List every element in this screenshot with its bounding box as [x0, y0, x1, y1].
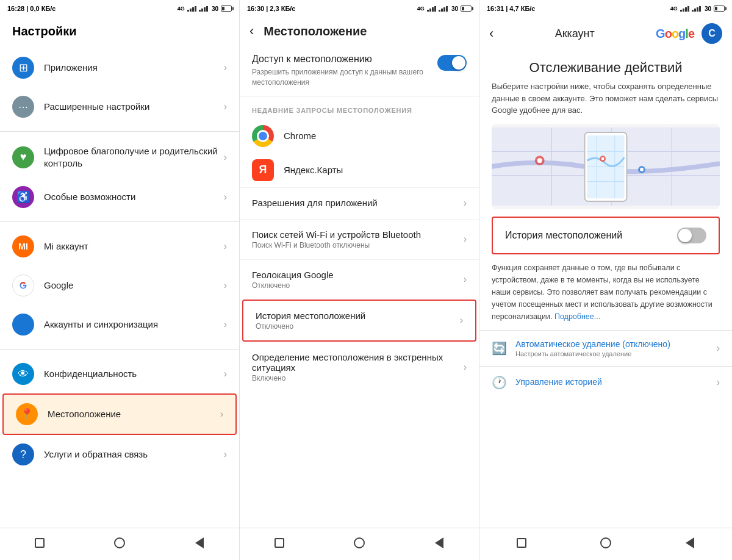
chrome-app-item[interactable]: Chrome: [240, 119, 479, 153]
svg-point-7: [537, 158, 542, 163]
settings-item-accessibility[interactable]: ♿ Особые возможности ›: [0, 178, 239, 217]
permissions-arrow-icon: ›: [464, 198, 467, 209]
geolocation-sub: Отключено: [252, 281, 464, 290]
history-arrow-icon: ›: [460, 315, 463, 326]
nav-back-1[interactable]: [192, 536, 207, 550]
google-account-header-title: Аккаунт: [501, 27, 648, 40]
settings-item-location[interactable]: 📍 Местоположение ›: [2, 393, 237, 435]
mi-label: Mi аккаунт: [44, 240, 224, 253]
auto-delete-sub: Настроить автоматическое удаление: [515, 350, 717, 357]
google-icon: [12, 275, 34, 296]
nav-square-1[interactable]: [32, 536, 47, 550]
signal-bars-3b-icon: [692, 6, 701, 12]
wifi-menu-item[interactable]: Поиск сетей Wi-Fi и устройств Bluetooth …: [240, 219, 479, 259]
privacy-icon: 👁: [12, 363, 34, 385]
yandex-app-item[interactable]: Я Яндекс.Карты: [240, 153, 479, 187]
nav-home-1[interactable]: [112, 536, 127, 550]
battery-3-label: 30: [705, 5, 711, 12]
google-logo: Google: [656, 27, 694, 41]
location-access-toggle[interactable]: [437, 55, 467, 71]
settings-item-google[interactable]: Google ›: [0, 266, 239, 305]
history-description: Функция сохраняет данные о том, где вы п…: [479, 254, 732, 330]
time-1: 16:28 | 0,0 КБ/с: [7, 5, 56, 12]
manage-history-title: Управление историей: [515, 377, 717, 387]
location-access-row[interactable]: Доступ к местоположению Разрешить прилож…: [240, 45, 479, 97]
emergency-arrow-icon: ›: [464, 362, 467, 373]
avatar[interactable]: С: [702, 23, 722, 44]
emergency-title: Определение местоположения в экстренных …: [252, 352, 464, 373]
back-button[interactable]: ‹: [249, 23, 254, 39]
location-history-title: История местоположений: [256, 311, 460, 321]
digital-arrow-icon: ›: [224, 152, 227, 163]
activity-description: Выберите настройки ниже, чтобы сохранять…: [479, 81, 732, 124]
auto-delete-text: Автоматическое удаление (отключено) Наст…: [515, 339, 717, 357]
google-back-button[interactable]: ‹: [489, 26, 493, 41]
permissions-menu-item[interactable]: Разрешения для приложений ›: [240, 187, 479, 219]
bottom-nav-1: [0, 528, 239, 560]
history-desc-text: Функция сохраняет данные о том, где вы п…: [492, 264, 712, 321]
location-header: ‹ Местоположение: [240, 17, 479, 45]
bottom-nav-2: [240, 528, 479, 560]
manage-history-feature[interactable]: 🕐 Управление историей ›: [479, 366, 732, 398]
location-history-menu-item[interactable]: История местоположений Отключено ›: [242, 300, 476, 342]
advanced-label: Расширенные настройки: [44, 101, 224, 113]
nav-back-3[interactable]: [683, 536, 697, 550]
settings-item-privacy[interactable]: 👁 Конфиденциальность ›: [0, 354, 239, 393]
emergency-sub: Включено: [252, 374, 464, 382]
learn-more-link[interactable]: Подробнее...: [554, 312, 600, 321]
settings-panel: 16:28 | 0,0 КБ/с 4G 30 Настройки: [0, 0, 240, 560]
time-2: 16:30 | 2,3 КБ/с: [247, 5, 295, 12]
settings-item-accounts[interactable]: 👤 Аккаунты и синхронизация ›: [0, 305, 239, 344]
auto-delete-feature[interactable]: 🔄 Автоматическое удаление (отключено) На…: [479, 330, 732, 366]
time-3: 16:31 | 4,7 КБ/с: [487, 5, 535, 12]
emergency-menu-item[interactable]: Определение местоположения в экстренных …: [240, 342, 479, 392]
location-access-title: Доступ к местоположению: [252, 54, 430, 65]
settings-item-mi[interactable]: MI Mi аккаунт ›: [0, 227, 239, 266]
location-history-row[interactable]: История местоположений: [492, 217, 720, 254]
wifi-sub: Поиск Wi-Fi и Bluetooth отключены: [252, 241, 464, 249]
battery-label: 30: [212, 5, 218, 12]
divider-2: [0, 221, 239, 222]
location-icon: 📍: [16, 403, 38, 425]
signal-4g-icon: 4G: [178, 5, 185, 12]
mi-icon: MI: [12, 235, 34, 257]
settings-item-apps[interactable]: ⊞ Приложения ›: [0, 48, 239, 87]
nav-back-2[interactable]: [432, 536, 447, 550]
emergency-text: Определение местоположения в экстренных …: [252, 352, 464, 382]
yandex-name: Яндекс.Карты: [284, 165, 343, 175]
status-icons-2: 4G 30: [417, 5, 472, 12]
location-arrow-icon: ›: [220, 409, 223, 420]
manage-history-arrow-icon: ›: [717, 377, 720, 388]
nav-square-2[interactable]: [272, 536, 287, 550]
nav-home-2[interactable]: [352, 536, 367, 550]
illustration: [492, 124, 720, 209]
digital-label: Цифровое благополучие и родительский кон…: [44, 145, 224, 169]
location-panel: 16:30 | 2,3 КБ/с 4G 30 ‹ Местоположение: [240, 0, 479, 560]
settings-item-support[interactable]: ? Услуги и обратная связь ›: [0, 435, 239, 474]
digital-icon: ♥: [12, 146, 34, 168]
recent-requests-label: НЕДАВНИЕ ЗАПРОСЫ МЕСТОПОЛОЖЕНИЯ: [240, 97, 479, 119]
settings-item-digital[interactable]: ♥ Цифровое благополучие и родительский к…: [0, 137, 239, 178]
location-title: Местоположение: [264, 24, 367, 38]
nav-home-3[interactable]: [598, 536, 613, 550]
settings-item-advanced[interactable]: ⋯ Расширенные настройки ›: [0, 87, 239, 126]
bottom-nav-3: [479, 528, 732, 560]
manage-history-text: Управление историей: [515, 377, 717, 388]
privacy-arrow-icon: ›: [224, 368, 227, 379]
nav-square-3[interactable]: [514, 536, 529, 550]
wifi-title: Поиск сетей Wi-Fi и устройств Bluetooth: [252, 229, 464, 240]
geolocation-text: Геолокация Google Отключено: [252, 270, 464, 290]
apps-icon: ⊞: [12, 57, 34, 79]
permissions-text: Разрешения для приложений: [252, 198, 378, 209]
google-account-panel: 16:31 | 4,7 КБ/с 4G 30 ‹ Аккаунт: [479, 0, 732, 560]
mi-arrow-icon: ›: [224, 241, 227, 252]
settings-title: Настройки: [0, 17, 239, 48]
geolocation-menu-item[interactable]: Геолокация Google Отключено ›: [240, 259, 479, 300]
history-label: История местоположений: [505, 230, 622, 241]
location-history-toggle[interactable]: [677, 228, 706, 243]
battery-3-icon: [714, 5, 725, 12]
signal-bars-icon: [187, 6, 196, 12]
wifi-arrow-icon: ›: [464, 234, 467, 245]
signal-4g-2-icon: 4G: [417, 5, 425, 12]
signal-bars-3-icon: [680, 6, 689, 12]
